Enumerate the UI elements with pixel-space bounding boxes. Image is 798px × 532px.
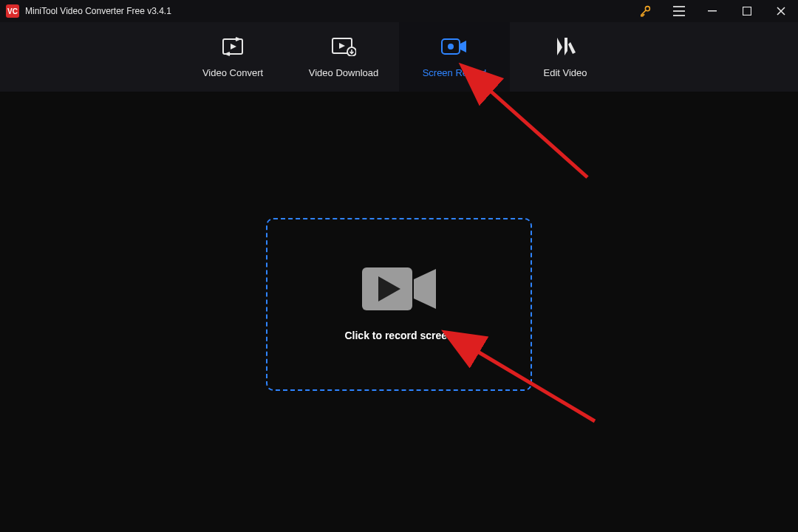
tab-label: Edit Video [543,67,587,78]
svg-rect-4 [708,10,717,12]
camera-icon [362,267,436,313]
minimize-button[interactable] [696,0,730,22]
svg-rect-3 [673,15,685,16]
app-logo-icon: VC [6,4,19,18]
app-title: MiniTool Video Converter Free v3.4.1 [25,6,171,16]
edit-icon [554,36,576,57]
svg-marker-7 [231,44,236,50]
record-drop-zone[interactable]: Click to record screen [266,218,532,391]
tab-bar: Video Convert Video Download Screen Reco… [0,22,798,92]
title-bar: VC MiniTool Video Converter Free v3.4.1 [0,0,798,22]
tab-screen-record[interactable]: Screen Record [399,22,510,92]
tab-label: Video Convert [202,67,263,78]
key-icon[interactable] [628,0,662,22]
tab-video-download[interactable]: Video Download [288,22,399,92]
main-panel: Click to record screen [0,92,798,532]
svg-rect-5 [743,7,751,16]
tab-edit-video[interactable]: Edit Video [510,22,621,92]
svg-rect-2 [673,10,685,12]
menu-icon[interactable] [662,0,696,22]
tab-label: Video Download [309,67,378,78]
convert-icon [220,36,245,57]
svg-point-12 [448,44,454,50]
tab-video-convert[interactable]: Video Convert [177,22,288,92]
close-button[interactable] [764,0,798,22]
download-icon [331,36,356,57]
record-caption: Click to record screen [344,330,453,341]
window-controls [628,0,798,22]
maximize-button[interactable] [730,0,764,22]
tab-label: Screen Record [423,67,487,78]
svg-rect-1 [673,6,685,7]
svg-point-0 [645,7,649,11]
svg-marker-9 [339,43,345,49]
record-icon [441,36,468,57]
